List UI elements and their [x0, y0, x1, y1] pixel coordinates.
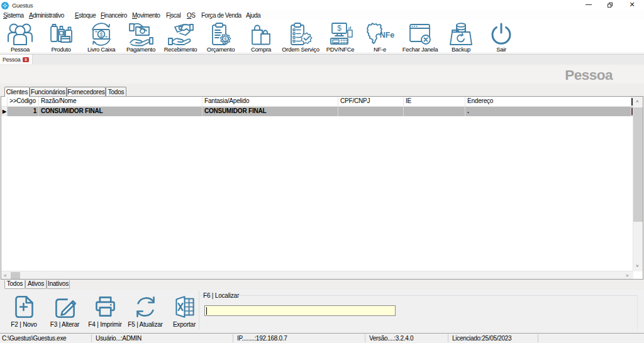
- svg-text:$: $: [99, 31, 103, 38]
- svg-text:$: $: [337, 24, 341, 33]
- svg-text:NFe: NFe: [380, 31, 395, 40]
- svg-text:$: $: [224, 36, 227, 43]
